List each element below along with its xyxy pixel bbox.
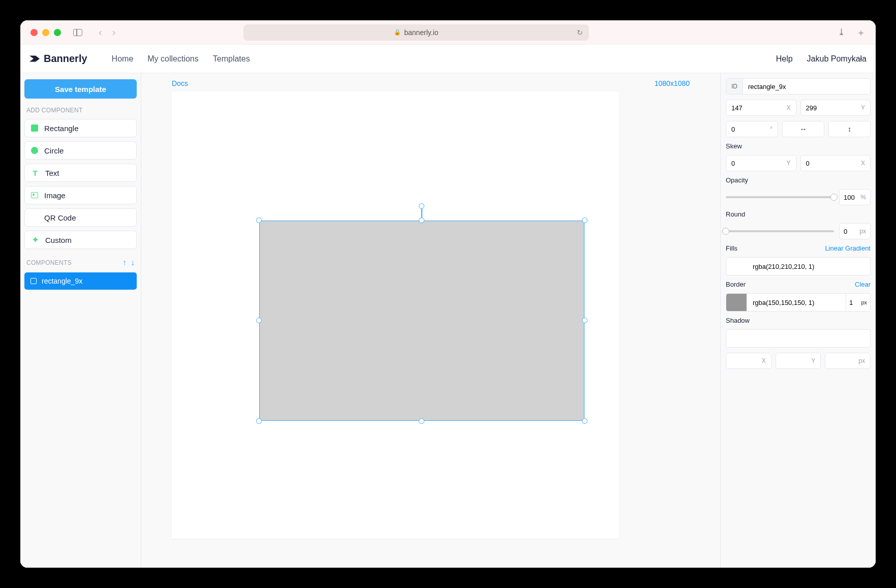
position-y-field[interactable]: Y bbox=[800, 100, 871, 116]
docs-link[interactable]: Docs bbox=[172, 79, 188, 87]
artboard[interactable] bbox=[172, 91, 619, 539]
close-window-button[interactable] bbox=[30, 29, 38, 36]
opacity-slider[interactable] bbox=[726, 196, 834, 198]
component-label: Text bbox=[45, 169, 59, 177]
brand-logo-icon bbox=[29, 54, 40, 64]
position-x-field[interactable]: X bbox=[726, 100, 796, 116]
shadow-blur-field[interactable]: px bbox=[825, 353, 871, 369]
rotate-connector bbox=[421, 208, 422, 218]
round-slider[interactable] bbox=[726, 230, 834, 232]
px-suffix: px bbox=[858, 357, 865, 364]
rotation-input[interactable] bbox=[731, 126, 773, 133]
nav-my-collections[interactable]: My collections bbox=[147, 54, 198, 64]
opacity-value-field[interactable]: % bbox=[839, 189, 871, 205]
help-link[interactable]: Help bbox=[776, 54, 793, 64]
resize-handle-br[interactable] bbox=[582, 418, 588, 424]
skew-y-field[interactable]: X bbox=[800, 155, 871, 171]
add-rectangle-button[interactable]: Rectangle bbox=[24, 119, 137, 137]
percent-suffix: % bbox=[860, 194, 866, 201]
address-bar[interactable]: 🔒 bannerly.io ↻ bbox=[243, 24, 589, 41]
add-text-button[interactable]: T Text bbox=[24, 164, 137, 182]
back-button[interactable]: ‹ bbox=[99, 26, 102, 38]
flip-vertical-button[interactable]: ↕ bbox=[828, 121, 871, 137]
save-template-button[interactable]: Save template bbox=[24, 79, 137, 99]
shadow-y-field[interactable]: Y bbox=[776, 353, 821, 369]
user-menu[interactable]: Jakub Pomykała bbox=[807, 54, 867, 64]
move-up-icon[interactable]: ↑ bbox=[122, 258, 127, 267]
resize-handle-ml[interactable] bbox=[256, 318, 262, 323]
resize-handle-bm[interactable] bbox=[419, 418, 424, 424]
position-x-input[interactable] bbox=[731, 104, 791, 112]
maximize-window-button[interactable] bbox=[54, 29, 61, 36]
skew-label: Skew bbox=[726, 142, 871, 150]
id-field[interactable]: ID bbox=[726, 78, 871, 95]
linear-gradient-link[interactable]: Linear Gradient bbox=[825, 244, 871, 252]
add-custom-button[interactable]: ✦ Custom bbox=[24, 231, 137, 249]
slider-thumb[interactable] bbox=[722, 228, 729, 235]
browser-nav-arrows: ‹ › bbox=[99, 26, 115, 38]
minimize-window-button[interactable] bbox=[42, 29, 49, 36]
skew-x-field[interactable]: Y bbox=[726, 155, 796, 171]
url-host: bannerly.io bbox=[404, 28, 438, 37]
canvas-dimensions: 1080x1080 bbox=[655, 79, 690, 87]
round-value-field[interactable]: px bbox=[839, 223, 871, 239]
y-suffix: Y bbox=[861, 104, 865, 111]
component-item-name: rectangle_9x bbox=[42, 277, 82, 285]
brand[interactable]: Bannerly bbox=[29, 53, 87, 65]
shadow-color-field[interactable] bbox=[726, 329, 871, 348]
border-width-field[interactable]: px bbox=[846, 294, 870, 311]
component-label: Circle bbox=[44, 146, 64, 155]
lock-icon: 🔒 bbox=[394, 29, 401, 36]
circle-icon bbox=[31, 147, 38, 154]
id-prefix-label: ID bbox=[726, 79, 743, 94]
px-suffix: px bbox=[859, 228, 866, 235]
add-circle-button[interactable]: Circle bbox=[24, 141, 137, 160]
component-list-item[interactable]: rectangle_9x bbox=[24, 272, 137, 290]
shadow-label: Shadow bbox=[726, 317, 871, 324]
move-down-icon[interactable]: ↓ bbox=[131, 258, 135, 267]
resize-handle-mr[interactable] bbox=[582, 318, 588, 323]
add-image-button[interactable]: Image bbox=[24, 186, 137, 204]
resize-handle-tl[interactable] bbox=[256, 218, 262, 223]
border-width-input[interactable] bbox=[849, 299, 861, 306]
y-suffix: Y bbox=[786, 160, 790, 167]
skew-y-input[interactable] bbox=[806, 160, 866, 167]
opacity-label: Opacity bbox=[726, 176, 871, 184]
new-tab-icon[interactable]: ＋ bbox=[856, 26, 866, 39]
fill-color-row bbox=[726, 257, 871, 275]
forward-button[interactable]: › bbox=[112, 26, 116, 38]
nav-templates[interactable]: Templates bbox=[213, 54, 250, 64]
fill-swatch[interactable] bbox=[726, 258, 747, 275]
flip-horizontal-button[interactable]: ↔ bbox=[782, 121, 824, 137]
resize-handle-tm[interactable] bbox=[419, 218, 424, 223]
canvas-area[interactable]: Docs 1080x1080 bbox=[141, 73, 720, 568]
border-color-input[interactable] bbox=[747, 299, 846, 306]
reload-icon[interactable]: ↻ bbox=[577, 28, 583, 37]
fill-color-input[interactable] bbox=[747, 263, 870, 270]
rotate-handle[interactable] bbox=[419, 203, 424, 209]
add-component-label: ADD COMPONENT bbox=[24, 103, 137, 115]
traffic-lights bbox=[30, 29, 61, 36]
id-input[interactable] bbox=[743, 83, 865, 90]
resize-handle-bl[interactable] bbox=[256, 418, 262, 424]
layer-order-controls: ↑ ↓ bbox=[122, 258, 135, 267]
downloads-icon[interactable]: ⤓ bbox=[838, 26, 845, 39]
skew-x-input[interactable] bbox=[731, 160, 791, 167]
degree-suffix: ° bbox=[770, 126, 773, 133]
border-swatch[interactable] bbox=[726, 294, 747, 311]
resize-handle-tr[interactable] bbox=[582, 218, 588, 223]
rectangle-shape[interactable] bbox=[259, 221, 584, 421]
rotation-field[interactable]: ° bbox=[726, 121, 778, 137]
nav-home[interactable]: Home bbox=[112, 54, 134, 64]
shadow-y-input[interactable] bbox=[781, 357, 816, 365]
selected-shape[interactable] bbox=[259, 221, 584, 421]
add-qrcode-button[interactable]: QR Code bbox=[24, 208, 137, 227]
shadow-x-input[interactable] bbox=[731, 357, 766, 365]
rectangle-shape-icon bbox=[30, 278, 37, 284]
clear-border-link[interactable]: Clear bbox=[855, 281, 871, 288]
slider-thumb[interactable] bbox=[830, 194, 838, 201]
component-label: Rectangle bbox=[44, 124, 79, 133]
sidebar-toggle-icon[interactable] bbox=[73, 29, 82, 36]
position-y-input[interactable] bbox=[806, 104, 866, 112]
shadow-x-field[interactable]: X bbox=[726, 353, 771, 369]
